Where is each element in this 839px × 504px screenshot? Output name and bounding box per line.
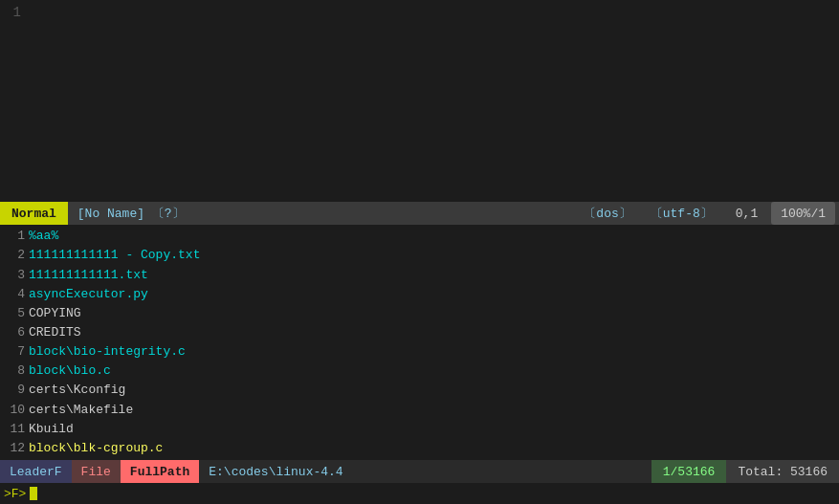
- file-item-name: COPYING: [29, 304, 81, 323]
- file-item-num: 2: [4, 246, 25, 265]
- fullpath-label: FullPath: [121, 460, 199, 483]
- file-list-item[interactable]: 4asyncExecutor.py: [0, 285, 839, 304]
- file-item-num: 6: [4, 323, 25, 342]
- file-list-item[interactable]: 5COPYING: [0, 304, 839, 323]
- file-list-area[interactable]: 1%aa%2111111111111 - Copy.txt31111111111…: [0, 225, 839, 460]
- leaderf-bar: LeaderF File FullPath E:\codes\linux-4.4…: [0, 460, 839, 483]
- filetype-label: 〔?〕: [152, 205, 185, 222]
- file-item-name: block\bio.c: [29, 362, 111, 381]
- percent-label: 100%/1: [771, 202, 835, 225]
- editor-content[interactable]: [29, 0, 839, 202]
- format-label: 〔dos〕: [574, 202, 640, 225]
- file-item-num: 3: [4, 266, 25, 285]
- file-item-num: 7: [4, 342, 25, 362]
- file-list-item[interactable]: 12block\blk-cgroup.c: [0, 439, 839, 458]
- file-list-item[interactable]: 2111111111111 - Copy.txt: [0, 246, 839, 265]
- file-item-num: 8: [4, 362, 25, 381]
- file-item-num: 10: [4, 401, 25, 420]
- input-line[interactable]: >F>: [0, 483, 839, 504]
- total-label: Total: 53166: [726, 460, 839, 483]
- count-label: 1/53166: [651, 460, 727, 483]
- line-numbers: 1: [0, 0, 29, 202]
- file-item-name: %aa%: [29, 227, 58, 246]
- file-item-name: asyncExecutor.py: [29, 285, 148, 304]
- file-list-item[interactable]: 10certs\Makefile: [0, 401, 839, 420]
- file-list-item[interactable]: 3111111111111.txt: [0, 266, 839, 285]
- file-item-num: 4: [4, 285, 25, 304]
- file-list-item[interactable]: 1%aa%: [0, 227, 839, 246]
- status-right: 〔dos〕 〔utf-8〕 0,1 100%/1: [574, 202, 839, 225]
- file-list-item[interactable]: 7block\bio-integrity.c: [0, 342, 839, 362]
- file-list-item[interactable]: 11Kbuild: [0, 420, 839, 439]
- file-item-num: 5: [4, 304, 25, 323]
- file-item-name: 111111111111 - Copy.txt: [29, 246, 200, 265]
- filename-label: [No Name]: [77, 207, 144, 221]
- file-list-item[interactable]: 8block\bio.c: [0, 362, 839, 381]
- editor-area: 1: [0, 0, 839, 202]
- file-item-name: certs\Kconfig: [29, 381, 125, 400]
- file-item-name: 111111111111.txt: [29, 266, 148, 285]
- path-label: E:\codes\linux-4.4: [199, 465, 352, 479]
- mode-indicator: Normal: [0, 202, 68, 225]
- file-label: File: [72, 460, 121, 483]
- file-item-num: 11: [4, 420, 25, 439]
- file-item-num: 9: [4, 381, 25, 400]
- file-list-item[interactable]: 6CREDITS: [0, 323, 839, 342]
- file-item-num: 1: [4, 227, 25, 246]
- encoding-label: 〔utf-8〕: [641, 202, 722, 225]
- file-item-name: block\blk-cgroup.c: [29, 439, 163, 458]
- position-label: 0,1: [722, 202, 771, 225]
- file-item-name: block\bio-integrity.c: [29, 342, 186, 362]
- file-item-name: certs\Makefile: [29, 401, 133, 420]
- file-item-name: Kbuild: [29, 420, 74, 439]
- file-item-name: CREDITS: [29, 323, 81, 342]
- input-prompt: >F>: [4, 487, 26, 501]
- filename-segment: [No Name] 〔?〕: [68, 202, 194, 225]
- lf-right: 1/53166 Total: 53166: [651, 460, 839, 483]
- line-num-1: 1: [4, 4, 21, 23]
- file-list-item[interactable]: 9certs\Kconfig: [0, 381, 839, 400]
- input-cursor: [30, 487, 37, 500]
- leaderf-label: LeaderF: [0, 460, 72, 483]
- file-item-num: 12: [4, 439, 25, 458]
- status-bar: Normal [No Name] 〔?〕 〔dos〕 〔utf-8〕 0,1 1…: [0, 202, 839, 225]
